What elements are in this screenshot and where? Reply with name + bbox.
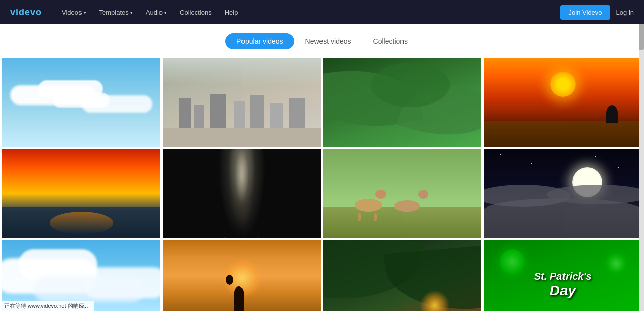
video-thumb[interactable] <box>323 240 481 311</box>
chevron-down-icon: ▾ <box>130 10 133 15</box>
join-button[interactable]: Join Videvo <box>560 5 610 20</box>
video-thumb[interactable] <box>484 58 642 147</box>
nav-auth: Join Videvo Log in <box>560 5 634 20</box>
video-thumb[interactable] <box>484 149 642 238</box>
tabs-bar: Popular videos Newest videos Collections <box>0 24 644 56</box>
video-thumb[interactable] <box>163 240 321 311</box>
signin-button[interactable]: Log in <box>616 9 634 16</box>
st-patricks-overlay: St. Patrick's Day <box>484 240 642 311</box>
status-bar: 正在等待 www.videvo.net 的响应… <box>0 301 94 311</box>
video-thumb[interactable] <box>323 149 481 238</box>
tab-collections[interactable]: Collections <box>362 33 419 49</box>
nav-help[interactable]: Help <box>220 6 244 19</box>
video-thumb[interactable] <box>2 149 160 238</box>
video-thumb[interactable] <box>2 58 160 147</box>
nav-collections[interactable]: Collections <box>175 6 217 19</box>
scrollbar[interactable] <box>639 0 644 311</box>
tab-newest-videos[interactable]: Newest videos <box>294 33 362 49</box>
nav-videos[interactable]: Videos ▾ <box>57 6 91 19</box>
video-thumb[interactable] <box>163 58 321 147</box>
chevron-down-icon: ▾ <box>164 10 167 15</box>
video-thumb[interactable]: St. Patrick's Day 头条 @吟游诗人Spe <box>484 240 642 311</box>
tab-popular-videos[interactable]: Popular videos <box>225 33 294 49</box>
chevron-down-icon: ▾ <box>84 10 86 15</box>
video-thumb[interactable] <box>2 240 160 311</box>
st-patricks-text: St. Patrick's Day <box>534 270 592 299</box>
brand-name: videvo <box>10 7 42 17</box>
nav-templates[interactable]: Templates ▾ <box>94 6 138 19</box>
brand-logo[interactable]: videvo <box>10 7 42 18</box>
video-thumb[interactable] <box>163 149 321 238</box>
nav-audio[interactable]: Audio ▾ <box>141 6 172 19</box>
video-thumb[interactable] <box>323 58 481 147</box>
nav-links: Videos ▾ Templates ▾ Audio ▾ Collections… <box>57 6 560 19</box>
navbar: videvo Videos ▾ Templates ▾ Audio ▾ Coll… <box>0 0 644 24</box>
video-grid: St. Patrick's Day 头条 @吟游诗人Spe <box>0 56 644 311</box>
